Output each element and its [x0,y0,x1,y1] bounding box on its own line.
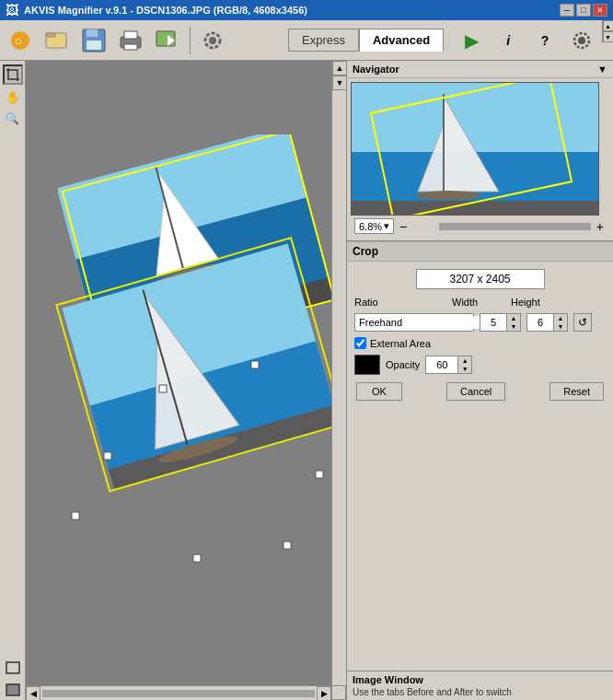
titlebar-left: 🖼 AKVIS Magnifier v.9.1 - DSCN1306.JPG (… [6,3,307,18]
action-buttons: OK Cancel Reset [354,382,606,401]
dimensions-display: 3207 x 2405 [416,269,545,289]
svg-rect-49 [104,452,111,460]
play-button[interactable]: ▶ [455,24,488,57]
titlebar: 🖼 AKVIS Magnifier v.9.1 - DSCN1306.JPG (… [0,0,613,20]
titlebar-title: AKVIS Magnifier v.9.1 - DSCN1306.JPG (RG… [24,5,307,16]
canvas-area[interactable]: ◀ ▶ ▲ ▼ [26,61,346,700]
external-area-checkbox[interactable] [354,337,366,349]
toolbar-separator [190,27,191,54]
width-control: ▲ ▼ [480,313,521,332]
zoom-tool-button[interactable]: 🔍 [3,109,23,129]
opacity-increment[interactable]: ▲ [458,356,471,365]
height-input[interactable] [526,313,554,332]
canvas-sailboat-svg [58,134,343,365]
crop-tool-button[interactable] [3,64,23,85]
zoom-value-display: 6.8% ▾ [354,218,394,234]
help-button[interactable]: ? [528,24,561,57]
ratio-input[interactable] [355,316,490,329]
panel-scroll-down[interactable]: ▼ [603,31,614,42]
svg-rect-8 [124,31,137,39]
svg-rect-47 [159,385,167,392]
minimize-button[interactable]: ─ [560,4,574,17]
opacity-spinner[interactable]: ▲ ▼ [458,356,472,374]
height-decrement[interactable]: ▼ [554,322,567,331]
svg-rect-5 [87,29,98,37]
ratio-refresh-button[interactable]: ↺ [573,313,592,332]
width-input[interactable] [480,313,507,332]
canvas-image[interactable] [58,134,343,356]
mode-tabs: Express Advanced [288,29,444,52]
ratio-dropdown[interactable]: ▼ [354,313,474,332]
ok-button[interactable]: OK [356,382,402,401]
main: ✋ 🔍 [0,61,613,700]
gear-button[interactable] [196,24,229,57]
navigator-collapse-icon[interactable]: ▼ [597,64,607,75]
image-window-panel: Image Window Use the tabs Before and Aft… [347,671,613,700]
opacity-input[interactable] [425,356,458,374]
ratio-row: Ratio Width Height [354,297,606,308]
image-window-header: Image Window [353,674,607,685]
scroll-down-button[interactable]: ▼ [332,76,346,90]
hand-tool-button[interactable]: ✋ [3,87,23,107]
zoom-bar: 6.8% ▾ − + [351,216,609,237]
home-button[interactable]: ⌂ [4,24,37,57]
zoom-percentage: 6.8% [359,221,382,232]
info-button[interactable]: i [492,24,525,57]
save-button[interactable] [77,24,110,57]
scroll-up-button[interactable]: ▲ [332,61,346,76]
canvas-scrollbar-vertical[interactable]: ▲ ▼ [331,61,346,685]
toolbar: ⌂ Express Advanced [0,20,613,61]
color-swatch[interactable] [354,355,380,375]
advanced-tab[interactable]: Advanced [359,29,444,52]
height-spinner[interactable]: ▲ ▼ [554,313,568,332]
panel-scroll-up[interactable]: ▲ [603,20,614,31]
opacity-decrement[interactable]: ▼ [458,365,471,373]
spacer [347,456,613,671]
preferences-button[interactable] [565,24,598,57]
titlebar-controls[interactable]: ─ □ ✕ [560,4,607,17]
height-label: Height [511,297,548,308]
zoom-slider[interactable] [412,223,591,230]
svg-rect-51 [283,542,291,549]
print-button[interactable] [114,24,147,57]
scroll-left-button[interactable]: ◀ [26,686,40,701]
height-control: ▲ ▼ [526,313,568,332]
width-spinner[interactable]: ▲ ▼ [507,313,521,332]
app-icon: 🖼 [6,3,18,18]
right-panel-scrollbar[interactable]: ▲ ▼ [602,20,613,42]
navigator-panel: Navigator ▼ [347,61,613,241]
open-button[interactable] [40,24,74,57]
zoom-in-button[interactable]: + [595,219,606,234]
svg-rect-50 [72,512,79,519]
canvas-scrollbar-horizontal[interactable]: ◀ ▶ [26,685,331,700]
svg-rect-21 [6,662,19,673]
svg-point-42 [156,432,239,467]
width-increment[interactable]: ▲ [507,314,520,322]
express-tab[interactable]: Express [288,29,359,52]
svg-rect-6 [87,41,101,50]
svg-rect-22 [6,684,19,695]
navigator-title: Navigator [353,64,399,75]
svg-point-12 [209,37,216,44]
svg-rect-9 [124,44,137,50]
left-toolbar: ✋ 🔍 [0,61,26,700]
height-increment[interactable]: ▲ [554,314,567,322]
ratio-controls-row: ▼ ▲ ▼ ▲ ▼ [354,313,606,332]
cancel-button[interactable]: Cancel [446,382,505,401]
scroll-track-h[interactable] [42,690,315,697]
zoom-dropdown-icon[interactable]: ▾ [384,220,389,232]
maximize-button[interactable]: □ [576,4,591,17]
svg-rect-52 [193,554,201,562]
crop-panel: Crop 3207 x 2405 Ratio Width Height ▼ [347,241,613,456]
export-button[interactable] [151,24,184,57]
after-view-button[interactable] [3,680,23,700]
scroll-right-button[interactable]: ▶ [317,686,331,701]
svg-rect-3 [46,33,55,37]
external-area-label: External Area [370,338,431,349]
close-button[interactable]: ✕ [593,4,607,17]
zoom-out-button[interactable]: − [398,219,409,234]
reset-button[interactable]: Reset [549,382,604,401]
width-decrement[interactable]: ▼ [507,322,520,331]
before-view-button[interactable] [3,658,23,678]
scrollbar-corner [331,685,346,700]
